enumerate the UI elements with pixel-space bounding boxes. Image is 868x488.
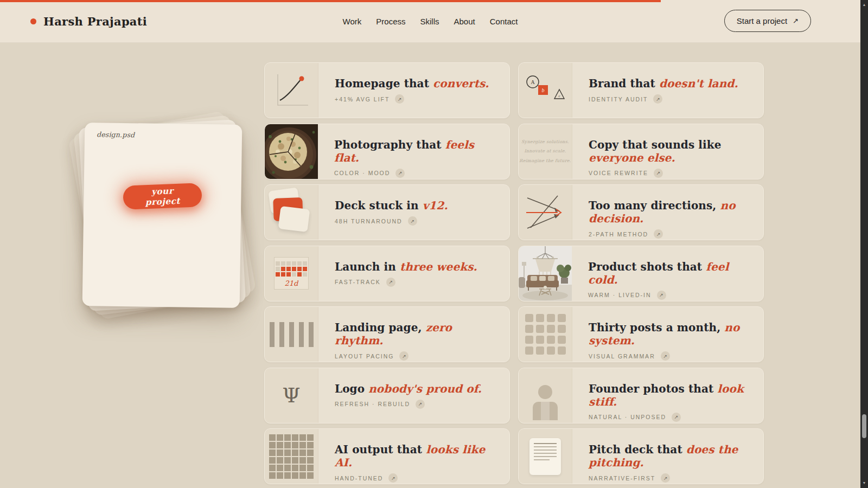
card-icon-tile xyxy=(265,185,318,240)
service-card[interactable]: Synergize solutions.Innovate at scale.Re… xyxy=(518,124,764,179)
arrow-up-right-icon[interactable]: ↗ xyxy=(654,169,663,178)
arrow-up-right-icon[interactable]: ↗ xyxy=(388,473,398,483)
stack-card-front: design.psd your project xyxy=(82,123,242,308)
card-icon-tile: 21d xyxy=(265,246,318,301)
your-project-pill[interactable]: your project xyxy=(123,183,202,210)
start-project-button[interactable]: Start a project ↗ xyxy=(724,10,811,32)
scroll-progress-bar xyxy=(0,0,661,2)
card-icon-tile xyxy=(265,63,318,118)
arrow-up-right-icon[interactable]: ↗ xyxy=(661,351,670,361)
nav-work[interactable]: Work xyxy=(343,17,362,26)
pizza-photo xyxy=(265,124,318,179)
brand[interactable]: Harsh Prajapati xyxy=(30,0,147,42)
service-card[interactable]: Landing page, zero rhythm. LAYOUT PACING… xyxy=(264,306,510,362)
arrow-up-right-icon[interactable]: ↗ xyxy=(653,94,662,104)
grid-4x4-icon xyxy=(525,314,566,355)
service-card[interactable]: 21d Launch in three weeks. FAST-TRACK ↗ xyxy=(264,246,510,301)
arrow-up-right-icon[interactable]: ↗ xyxy=(395,169,405,178)
scroll-up-arrow[interactable]: ▲ xyxy=(860,2,868,8)
card-title-accent: everyone else. xyxy=(589,151,675,164)
card-title: Landing page, zero rhythm. xyxy=(335,321,496,347)
service-card[interactable]: Too many directions, no decision. 2-PATH… xyxy=(518,184,764,240)
card-title-accent: converts. xyxy=(433,77,489,90)
scrollbar[interactable]: ▲ ▼ xyxy=(860,0,868,488)
card-icon-tile xyxy=(519,429,572,484)
card-meta: 2-PATH METHOD ↗ xyxy=(589,229,750,239)
site-header: Harsh Prajapati WorkProcessSkillsAboutCo… xyxy=(0,0,860,43)
card-icon-tile: Ψ xyxy=(265,368,318,423)
card-tag: NARRATIVE-FIRST xyxy=(589,475,655,481)
portfolio-page: Harsh Prajapati WorkProcessSkillsAboutCo… xyxy=(0,0,868,488)
card-body: Founder photos that look stiff. NATURAL … xyxy=(572,368,763,423)
arrow-up-right-icon[interactable]: ↗ xyxy=(386,278,395,287)
nav-contact[interactable]: Contact xyxy=(490,17,518,26)
card-icon-tile: Synergize solutions.Innovate at scale.Re… xyxy=(519,124,572,179)
brand-shapes-icon: A b c xyxy=(524,73,567,108)
card-body: Too many directions, no decision. 2-PATH… xyxy=(572,185,763,240)
card-tag: IDENTITY AUDIT xyxy=(589,96,648,102)
psi-glyph-icon: Ψ xyxy=(282,385,300,406)
card-title: Logo nobody's proud of. xyxy=(335,382,496,395)
arrow-up-right-icon[interactable]: ↗ xyxy=(654,229,663,239)
calendar-icon: 21d xyxy=(274,257,309,290)
service-card[interactable]: Thirty posts a month, no system. VISUAL … xyxy=(518,306,764,362)
card-tag: 2-PATH METHOD xyxy=(589,231,648,237)
arrow-up-right-icon[interactable]: ↗ xyxy=(416,400,425,409)
card-icon-tile xyxy=(519,246,572,301)
card-meta: +41% AVG LIFT ↗ xyxy=(335,94,496,104)
service-card[interactable]: A b c Brand that doesn't land. IDENTITY … xyxy=(518,62,764,118)
nav-process[interactable]: Process xyxy=(376,17,405,26)
card-body: Homepage that converts. +41% AVG LIFT ↗ xyxy=(318,63,509,118)
card-title-accent: nobody's proud of. xyxy=(368,382,482,395)
scroll-down-arrow[interactable]: ▼ xyxy=(860,480,868,486)
start-project-label: Start a project xyxy=(737,16,787,25)
service-card[interactable]: Founder photos that look stiff. NATURAL … xyxy=(518,368,764,423)
scrollbar-thumb[interactable] xyxy=(862,414,866,438)
card-title: Copy that sounds like everyone else. xyxy=(589,138,750,164)
service-card[interactable]: Photography that feels flat. COLOR · MOO… xyxy=(264,124,510,179)
crossing-arrows-icon xyxy=(524,193,566,232)
person-icon xyxy=(519,385,572,420)
card-tag: 48H TURNAROUND xyxy=(335,218,403,224)
card-title: Founder photos that look stiff. xyxy=(589,382,750,408)
card-meta: NARRATIVE-FIRST ↗ xyxy=(589,473,750,483)
service-card[interactable]: Pitch deck that does the pitching. NARRA… xyxy=(518,428,764,484)
arrow-up-right-icon[interactable]: ↗ xyxy=(399,351,409,361)
card-body: Logo nobody's proud of. REFRESH · REBUIL… xyxy=(318,368,509,423)
card-title: Thirty posts a month, no system. xyxy=(589,321,750,347)
service-card[interactable]: AI output that looks like AI. HAND-TUNED… xyxy=(264,428,510,484)
service-card[interactable]: Product shots that feel cold. WARM · LIV… xyxy=(518,246,764,301)
slide-deck-icon xyxy=(265,185,318,240)
nav-skills[interactable]: Skills xyxy=(420,17,439,26)
card-icon-tile xyxy=(265,307,318,362)
service-card[interactable]: Homepage that converts. +41% AVG LIFT ↗ xyxy=(264,62,510,118)
arrow-up-right-icon[interactable]: ↗ xyxy=(661,473,670,483)
card-tag: +41% AVG LIFT xyxy=(335,96,390,102)
service-card[interactable]: Ψ Logo nobody's proud of. REFRESH · REBU… xyxy=(264,368,510,423)
arrow-up-right-icon[interactable]: ↗ xyxy=(408,216,417,226)
card-meta: FAST-TRACK ↗ xyxy=(335,278,496,287)
arrow-up-right-icon[interactable]: ↗ xyxy=(395,94,404,104)
card-title: Launch in three weeks. xyxy=(335,260,496,273)
services-grid: Homepage that converts. +41% AVG LIFT ↗ … xyxy=(264,62,764,484)
brand-name: Harsh Prajapati xyxy=(43,15,147,28)
service-card[interactable]: Deck stuck in v12. 48H TURNAROUND ↗ xyxy=(264,184,510,240)
project-card-stack: design.psd your project xyxy=(64,102,250,314)
svg-text:A: A xyxy=(531,79,535,85)
card-title: Too many directions, no decision. xyxy=(589,199,750,225)
arrow-up-right-icon: ↗ xyxy=(793,17,799,25)
arrow-up-right-icon[interactable]: ↗ xyxy=(657,291,666,300)
card-meta: IDENTITY AUDIT ↗ xyxy=(589,94,750,104)
arrow-up-right-icon[interactable]: ↗ xyxy=(672,413,681,422)
calendar-day-count: 21d xyxy=(277,279,305,287)
card-title-accent: doesn't land. xyxy=(659,77,738,90)
card-icon-tile xyxy=(519,368,572,423)
card-title: Brand that doesn't land. xyxy=(589,77,750,90)
card-tag: LAYOUT PACING xyxy=(335,353,394,359)
svg-text:c: c xyxy=(558,94,560,98)
card-body: Copy that sounds like everyone else. VOI… xyxy=(572,124,763,179)
card-icon-tile xyxy=(519,307,572,362)
nav-about[interactable]: About xyxy=(454,17,475,26)
card-title: Homepage that converts. xyxy=(335,77,496,90)
card-meta: LAYOUT PACING ↗ xyxy=(335,351,496,361)
